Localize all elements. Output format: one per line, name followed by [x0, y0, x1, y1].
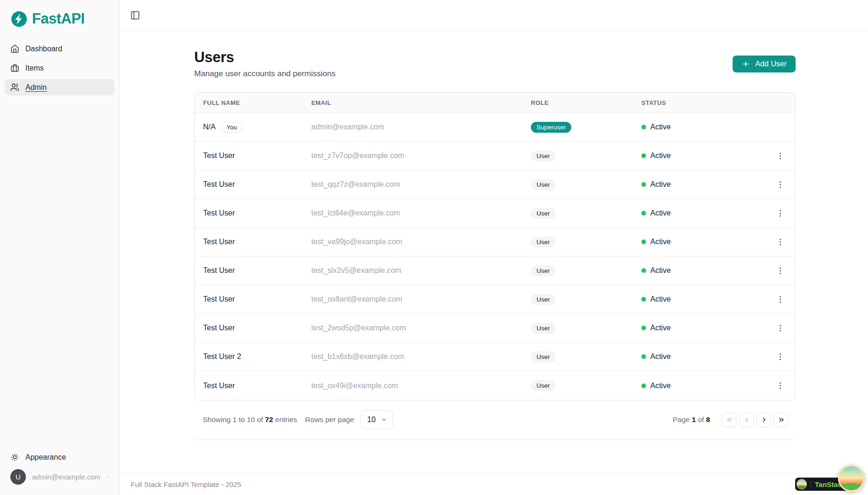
rows-per-page-select[interactable]: 10: [360, 410, 393, 429]
sun-icon: [10, 453, 19, 462]
first-page-button[interactable]: [722, 413, 736, 427]
sidebar-item-admin[interactable]: Admin: [5, 79, 114, 96]
status-label: Active: [650, 382, 671, 390]
user-full-name: Test User: [203, 324, 235, 332]
status-dot-icon: [641, 182, 646, 187]
chevrons-up-down-icon: [106, 473, 109, 481]
user-full-name: Test User: [203, 382, 235, 390]
sidebar-item-label: Items: [25, 64, 44, 72]
cell-actions: [772, 150, 795, 162]
row-actions-button[interactable]: [774, 351, 787, 363]
users-table: FULL NAME EMAIL ROLE STATUS N/A You admi…: [194, 92, 796, 400]
cell-status: Active: [641, 324, 772, 332]
cell-actions: [772, 379, 795, 392]
page-header: Users Manage user accounts and permissio…: [194, 49, 796, 79]
user-full-name: Test User: [203, 209, 235, 217]
cell-status: Active: [641, 238, 772, 246]
status-dot-icon: [641, 326, 646, 330]
cell-role: Superuser: [531, 122, 641, 133]
cell-role: User: [531, 179, 641, 190]
cell-actions: [772, 351, 795, 363]
sidebar-toggle-button[interactable]: [129, 9, 141, 21]
cell-full-name: N/A You: [203, 122, 311, 133]
sidebar-item-items[interactable]: Items: [5, 60, 114, 76]
user-full-name: Test User: [203, 152, 235, 160]
tanstack-devtools: TanStack: [795, 465, 865, 492]
status-dot-icon: [641, 211, 646, 216]
table-row: Test User test_os8anl@example.com User A…: [195, 285, 795, 314]
add-user-button[interactable]: Add User: [733, 56, 796, 72]
table-header-row: FULL NAME EMAIL ROLE STATUS: [195, 93, 795, 113]
user-email: admin@example.com: [32, 473, 100, 481]
status-dot-icon: [641, 383, 646, 388]
cell-actions: [772, 178, 795, 191]
add-user-label: Add User: [755, 60, 787, 68]
pagination-left: Showing 1 to 10 of 72 entries Rows per p…: [203, 410, 393, 429]
last-page-button[interactable]: [774, 413, 789, 427]
rows-per-page-value: 10: [367, 415, 376, 424]
cell-role: User: [531, 265, 641, 276]
pagination-buttons: [722, 413, 789, 427]
row-actions-button[interactable]: [774, 178, 787, 191]
page-footer: Full Stack FastAPI Template - 2025: [119, 474, 868, 495]
cell-role: User: [531, 151, 641, 161]
row-actions-button[interactable]: [774, 322, 787, 335]
sidebar-nav: Dashboard Items Admin: [0, 40, 119, 96]
ellipsis-vertical-icon: [776, 180, 785, 189]
cell-email: test_ox49i@example.com: [311, 382, 531, 390]
title-block: Users Manage user accounts and permissio…: [194, 49, 336, 79]
table-row: Test User test_z7v7op@example.com User A…: [195, 142, 795, 170]
status-dot-icon: [641, 125, 646, 129]
cell-full-name: Test User: [203, 209, 311, 217]
table-row: Test User test_slx2v5@example.com User A…: [195, 256, 795, 285]
chevrons-right-icon: [778, 416, 785, 423]
cell-full-name: Test User: [203, 295, 311, 303]
table-row: Test User test_lct64e@example.com User A…: [195, 199, 795, 228]
page-info-text: Page 1 of 8: [673, 415, 710, 424]
ellipsis-vertical-icon: [776, 266, 785, 275]
footer-text: Full Stack FastAPI Template - 2025: [131, 480, 241, 488]
home-icon: [10, 44, 19, 53]
row-actions-button[interactable]: [774, 150, 787, 162]
status-label: Active: [650, 180, 671, 189]
row-actions-button[interactable]: [774, 236, 787, 248]
chevron-right-icon: [760, 416, 768, 423]
avatar: U: [10, 469, 26, 485]
sidebar-item-label: Admin: [25, 83, 47, 92]
chevrons-left-icon: [726, 416, 733, 423]
column-header-full-name: FULL NAME: [203, 99, 311, 106]
cell-actions: [772, 264, 795, 277]
section-divider: [194, 439, 796, 440]
cell-full-name: Test User: [203, 266, 311, 275]
cell-role: User: [531, 208, 641, 219]
rows-per-page-label: Rows per page: [305, 415, 354, 424]
cell-role: User: [531, 351, 641, 362]
row-actions-button[interactable]: [774, 293, 787, 306]
row-actions-button[interactable]: [774, 207, 787, 220]
row-actions-button[interactable]: [774, 379, 787, 392]
tanstack-devtools-toggle[interactable]: [838, 465, 865, 492]
current-page: 1: [692, 415, 696, 423]
user-menu[interactable]: U admin@example.com: [5, 465, 114, 489]
app-root: FastAPI Dashboard Items Admin Appearance: [0, 0, 868, 495]
cell-email: test_va99jo@example.com: [311, 238, 531, 246]
previous-page-button[interactable]: [739, 413, 754, 427]
row-actions-button[interactable]: [774, 264, 787, 277]
cell-full-name: Test User: [203, 180, 311, 189]
sidebar-item-dashboard[interactable]: Dashboard: [5, 40, 114, 57]
total-entries: 72: [265, 415, 273, 423]
pagination-bar: Showing 1 to 10 of 72 entries Rows per p…: [194, 400, 796, 439]
ellipsis-vertical-icon: [776, 209, 785, 218]
table-body: N/A You admin@example.com Superuser Acti…: [195, 113, 795, 400]
next-page-button[interactable]: [757, 413, 771, 427]
cell-full-name: Test User: [203, 324, 311, 332]
ellipsis-vertical-icon: [776, 352, 785, 361]
cell-full-name: Test User: [203, 238, 311, 246]
user-full-name: N/A: [203, 123, 216, 131]
cell-email: test_z7v7op@example.com: [311, 152, 531, 160]
cell-status: Active: [641, 209, 772, 217]
cell-status: Active: [641, 123, 772, 131]
appearance-toggle[interactable]: Appearance: [5, 449, 114, 465]
pill-divider: [811, 481, 811, 488]
role-badge: Superuser: [531, 122, 571, 133]
